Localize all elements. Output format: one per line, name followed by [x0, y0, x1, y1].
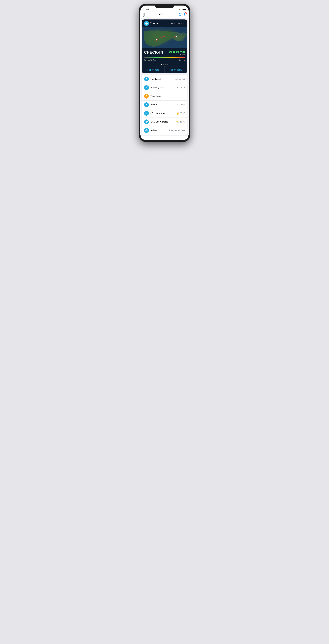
nav-title: AA 1 [159, 13, 164, 16]
timeline-icon [144, 21, 149, 26]
lax-weather: ⛅ 23 °C [176, 120, 185, 123]
airline-value: American Airlines [168, 129, 185, 132]
flight-alerts-label: Flight Alerts [150, 78, 175, 80]
notch [155, 4, 174, 8]
wifi-icon: ▲ [180, 8, 182, 10]
svg-point-2 [156, 39, 157, 40]
flight-map [142, 27, 187, 48]
jfk-weather: ☀️ 25 °C [176, 112, 185, 115]
status-time: 17:05 [144, 8, 148, 10]
svg-point-3 [176, 36, 177, 37]
list-item-airline[interactable]: Airline American Airlines [142, 126, 187, 134]
checkin-section: CHECK-IN 21 h 10 min 07:15 Terminal 8 Ga… [142, 48, 187, 63]
notification-badge: 2 [185, 12, 187, 14]
boarding-pass-value: JVXSUV [177, 86, 185, 89]
phone-frame: 17:05 ▲ ‹ AA 1 [139, 4, 190, 142]
list-item-travel-docs[interactable]: Travel docs [142, 92, 187, 100]
flight-path-svg [142, 27, 187, 48]
jfk-label: JFK, New York [150, 112, 176, 114]
back-button[interactable]: ‹ [143, 13, 144, 16]
status-icons: ▲ [178, 8, 186, 10]
dot-1 [161, 64, 162, 65]
checkin-footer: Terminal 8 Gate 40 On time [144, 59, 185, 61]
nav-bar: ‹ AA 1 2 [140, 11, 188, 18]
list-item-aircraft[interactable]: Aircraft N113AN [142, 100, 187, 109]
aircraft-value: N113AN [177, 104, 185, 106]
boarding-pass-label: Boarding pass [150, 86, 177, 89]
list-item-flight-alerts[interactable]: ! Flight Alerts Scheduled [142, 75, 187, 84]
aircraft-icon [144, 102, 149, 107]
share-icon[interactable] [179, 13, 182, 16]
report-delay-button[interactable]: Report delay [165, 66, 187, 73]
home-bar [156, 138, 173, 138]
progress-bar [144, 57, 185, 58]
svg-rect-6 [146, 96, 147, 96]
nav-actions: 2 [179, 13, 186, 16]
svg-rect-5 [146, 96, 147, 96]
checkin-countdown: 21 h 10 min [169, 50, 185, 54]
timeline-header: Timeline Duration: 6 h 8 min [142, 20, 187, 27]
svg-rect-8 [146, 95, 147, 96]
phone-screen: 17:05 ▲ ‹ AA 1 [140, 6, 188, 140]
checkin-row: CHECK-IN 21 h 10 min 07:15 [144, 50, 185, 56]
dot-2 [163, 64, 164, 65]
departure-icon [144, 111, 149, 116]
flight-alerts-value: Scheduled [175, 78, 185, 80]
duration-text: Duration: 6 h 8 min [168, 22, 185, 24]
timeline-left: Timeline [144, 21, 158, 26]
page-dots [142, 64, 187, 65]
arrival-icon [144, 120, 149, 124]
boarding-pass-icon: ≡ [144, 85, 149, 90]
checkin-time: 07:15 [169, 54, 185, 56]
home-indicator [140, 136, 188, 140]
progress-indicator [156, 57, 156, 58]
on-time-status: On time [179, 59, 185, 61]
svg-rect-7 [146, 96, 146, 97]
signal-icon [178, 9, 180, 10]
info-list: ! Flight Alerts Scheduled ≡ Boarding pas… [142, 75, 187, 134]
cloudy-icon: ⛅ [176, 120, 179, 123]
checkin-label: CHECK-IN [144, 50, 163, 54]
airline-icon [144, 128, 149, 133]
timeline-label: Timeline [150, 22, 158, 25]
terminal-text: Terminal 8 Gate 40 [144, 59, 158, 61]
report-buttons: Report gate Report delay [142, 66, 187, 73]
flight-card: Timeline Duration: 6 h 8 min [142, 20, 187, 73]
notification-button[interactable]: 2 [183, 13, 186, 16]
lax-label: LAX, Los Angeles [150, 120, 176, 123]
travel-docs-label: Travel docs [150, 95, 185, 98]
dot-4 [167, 64, 168, 65]
checkin-time-block: 21 h 10 min 07:15 [169, 50, 185, 56]
list-item-jfk[interactable]: JFK, New York ☀️ 25 °C [142, 109, 187, 118]
battery-icon [182, 9, 186, 10]
main-content: Timeline Duration: 6 h 8 min [140, 20, 188, 134]
sunny-icon: ☀️ [176, 112, 179, 115]
report-gate-button[interactable]: Report gate [142, 66, 165, 73]
list-item-boarding-pass[interactable]: ≡ Boarding pass JVXSUV [142, 84, 187, 92]
list-item-lax[interactable]: LAX, Los Angeles ⛅ 23 °C [142, 118, 187, 126]
airline-label: Airline [150, 129, 168, 132]
aircraft-label: Aircraft [150, 104, 177, 106]
travel-docs-icon [144, 94, 149, 98]
dot-3 [165, 64, 166, 65]
flight-alerts-icon: ! [144, 77, 149, 82]
